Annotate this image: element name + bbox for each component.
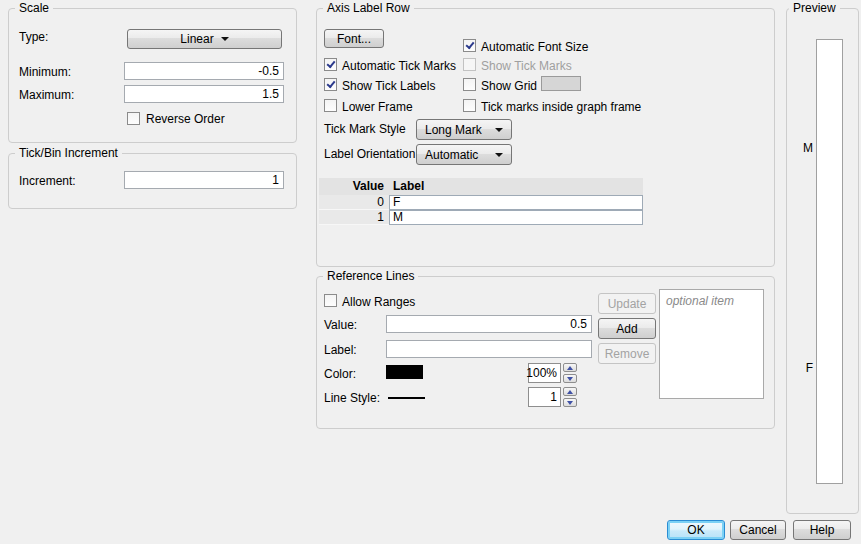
update-button: Update xyxy=(598,293,656,314)
allow-ranges-label: Allow Ranges xyxy=(342,295,415,309)
arrow-down-icon xyxy=(567,377,573,381)
show-grid-checkbox[interactable] xyxy=(463,78,476,91)
label-cell-input[interactable]: F xyxy=(389,195,643,210)
chevron-down-icon xyxy=(221,37,229,41)
show-tick-labels-label: Show Tick Labels xyxy=(342,79,435,93)
table-row: 0 F xyxy=(319,195,643,210)
tick-bin-increment-title: Tick/Bin Increment xyxy=(15,146,122,160)
label-orientation-dropdown[interactable]: Automatic xyxy=(416,144,512,165)
increment-label: Increment: xyxy=(19,174,76,188)
font-button[interactable]: Font... xyxy=(324,29,384,48)
maximum-label: Maximum: xyxy=(19,88,74,102)
label-column-header: Label xyxy=(389,178,643,195)
show-grid-label: Show Grid xyxy=(481,79,537,93)
preview-tick-label: M xyxy=(787,141,813,155)
scale-type-value: Linear xyxy=(180,32,213,46)
preview-title: Preview xyxy=(789,1,840,15)
automatic-tick-marks-label: Automatic Tick Marks xyxy=(342,59,456,73)
value-column-header: Value xyxy=(319,178,389,195)
reverse-order-checkbox[interactable] xyxy=(127,112,140,125)
show-tick-labels-checkbox[interactable] xyxy=(324,78,337,91)
opacity-up-button[interactable] xyxy=(563,363,577,372)
reference-lines-title: Reference Lines xyxy=(323,269,418,283)
reference-lines-listbox[interactable]: optional item xyxy=(659,289,764,399)
preview-axis-frame xyxy=(816,39,843,484)
tick-marks-inside-label: Tick marks inside graph frame xyxy=(481,100,641,114)
ref-color-label: Color: xyxy=(324,367,356,381)
axis-label-row-group: Axis Label Row Font... Automatic Font Si… xyxy=(316,8,775,267)
lower-frame-label: Lower Frame xyxy=(342,100,413,114)
opacity-down-button[interactable] xyxy=(563,374,577,383)
automatic-font-size-label: Automatic Font Size xyxy=(481,40,588,54)
line-width-spinner-arrows xyxy=(563,387,577,407)
ref-value-input[interactable] xyxy=(386,315,592,333)
reverse-order-label: Reverse Order xyxy=(146,112,225,126)
ref-label-label: Label: xyxy=(324,343,357,357)
preview-tick-label: F xyxy=(787,361,813,375)
maximum-input[interactable] xyxy=(124,85,284,103)
arrow-up-icon xyxy=(567,366,573,370)
ref-label-input[interactable] xyxy=(386,340,592,358)
tick-label-table: Value Label 0 F 1 M xyxy=(319,178,643,225)
label-cell-input[interactable]: M xyxy=(389,210,643,225)
allow-ranges-checkbox[interactable] xyxy=(324,294,337,307)
tick-marks-inside-checkbox[interactable] xyxy=(463,99,476,112)
value-cell[interactable]: 1 xyxy=(319,210,389,225)
show-tick-marks-label: Show Tick Marks xyxy=(481,59,572,73)
tick-mark-style-label: Tick Mark Style xyxy=(324,122,406,136)
preview-group: Preview M F xyxy=(786,8,859,514)
ref-value-label: Value: xyxy=(324,318,357,332)
lower-frame-checkbox[interactable] xyxy=(324,99,337,112)
label-orientation-label: Label Orientation xyxy=(324,147,415,161)
tick-label-table-header: Value Label xyxy=(319,178,643,195)
arrow-up-icon xyxy=(567,390,573,394)
minimum-input[interactable] xyxy=(124,62,284,80)
automatic-tick-marks-checkbox[interactable] xyxy=(324,58,337,71)
tick-bin-increment-group: Tick/Bin Increment Increment: xyxy=(8,153,297,209)
scale-group-title: Scale xyxy=(15,1,53,15)
help-button[interactable]: Help xyxy=(793,520,851,540)
chevron-down-icon xyxy=(495,128,503,132)
label-orientation-value: Automatic xyxy=(425,148,478,162)
arrow-down-icon xyxy=(567,401,573,405)
tick-mark-style-value: Long Mark xyxy=(425,123,482,137)
opacity-spinner-arrows xyxy=(563,363,577,383)
line-width-up-button[interactable] xyxy=(563,387,577,396)
grid-color-swatch[interactable] xyxy=(541,76,581,91)
ok-button[interactable]: OK xyxy=(667,520,725,540)
chevron-down-icon xyxy=(495,153,503,157)
minimum-label: Minimum: xyxy=(19,65,71,79)
increment-input[interactable] xyxy=(124,171,284,189)
scale-type-dropdown-button[interactable]: Linear xyxy=(127,29,282,49)
remove-button: Remove xyxy=(598,343,656,364)
axis-label-row-title: Axis Label Row xyxy=(323,1,414,15)
opacity-spinner-value[interactable]: 100% xyxy=(528,363,561,383)
scale-group: Scale Type: Linear Minimum: Maximum: Rev… xyxy=(8,8,297,143)
add-button[interactable]: Add xyxy=(598,318,656,339)
tick-mark-style-dropdown[interactable]: Long Mark xyxy=(416,119,512,140)
line-width-down-button[interactable] xyxy=(563,398,577,407)
line-width-spinner-value[interactable]: 1 xyxy=(528,387,561,407)
value-cell[interactable]: 0 xyxy=(319,195,389,210)
line-style-sample[interactable] xyxy=(388,397,425,399)
table-row: 1 M xyxy=(319,210,643,225)
type-label: Type: xyxy=(19,30,48,44)
automatic-font-size-checkbox[interactable] xyxy=(463,39,476,52)
show-tick-marks-checkbox xyxy=(463,58,476,71)
ref-color-swatch[interactable] xyxy=(386,365,423,379)
cancel-button[interactable]: Cancel xyxy=(730,520,786,540)
line-style-label: Line Style: xyxy=(324,391,380,405)
reference-lines-group: Reference Lines Allow Ranges Value: Labe… xyxy=(316,276,775,429)
